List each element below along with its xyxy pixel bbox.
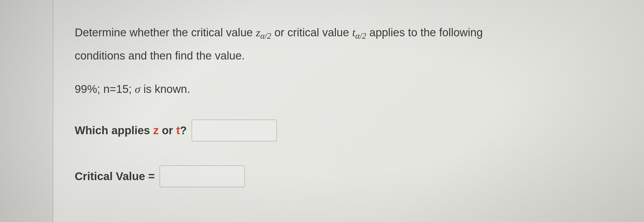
critical-value-row: Critical Value = [75, 165, 612, 187]
critical-value-input[interactable] [160, 165, 245, 187]
question-content: Determine whether the critical value zα/… [75, 24, 612, 211]
which-applies-row: Which applies z or t? [75, 120, 612, 141]
sigma-symbol: σ [135, 83, 140, 95]
conditions-after: is known. [140, 83, 190, 95]
t-option: t [176, 124, 180, 137]
question-part1-mid: or critical value [271, 26, 352, 39]
t-subscript: α/2 [355, 31, 366, 41]
which-applies-label: Which applies z or t? [75, 124, 187, 137]
prompt1-before: Which applies [75, 124, 153, 137]
which-applies-input[interactable] [192, 120, 277, 141]
t-variable: t [352, 26, 355, 39]
z-option: z [153, 124, 159, 137]
critical-value-label: Critical Value = [75, 170, 155, 183]
prompt1-between: or [159, 124, 176, 137]
question-text-line1: Determine whether the critical value zα/… [75, 24, 612, 42]
z-variable: z [256, 26, 260, 39]
z-subscript: α/2 [260, 31, 271, 41]
left-margin-border [0, 0, 53, 222]
prompt1-after: ? [180, 124, 187, 137]
conditions-text: 99%; n=15; σ is known. [75, 83, 612, 96]
question-part1-before: Determine whether the critical value [75, 26, 256, 39]
question-text-line2: conditions and then find the value. [75, 47, 612, 64]
conditions-values: 99%; n=15; [75, 83, 135, 95]
question-part1-after: applies to the following [366, 26, 483, 39]
